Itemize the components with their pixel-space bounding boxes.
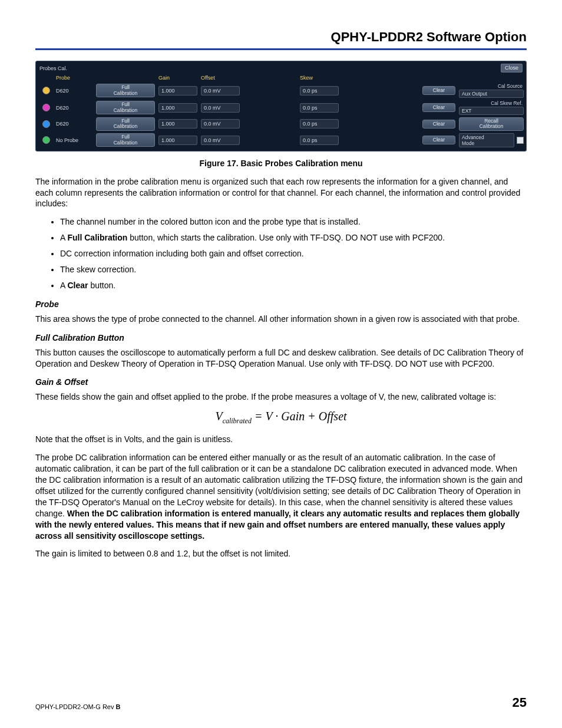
col-probe: Probe xyxy=(56,75,92,81)
col-gain: Gain xyxy=(158,75,197,81)
channel-dot-1[interactable] xyxy=(42,87,50,94)
gain-field[interactable]: 1.000 xyxy=(158,119,197,129)
probe-type: D620 xyxy=(56,88,92,94)
equation: Vcalibrated = V · Gain + Offset xyxy=(35,410,527,426)
offset-field[interactable]: 0.0 mV xyxy=(201,136,240,145)
probe-type: No Probe xyxy=(56,137,92,143)
panel-title: Probes Cal. xyxy=(39,65,67,71)
cal-skew-ref-field[interactable]: EXT xyxy=(459,107,524,115)
list-item: The channel number in the colored button… xyxy=(60,216,527,228)
footer-doc-id: QPHY-LPDDR2-OM-G Rev B xyxy=(35,703,120,710)
channel-dot-4[interactable] xyxy=(42,136,50,144)
clear-button[interactable]: Clear xyxy=(422,86,455,95)
gain-offset-paragraph-4: The gain is limited to between 0.8 and 1… xyxy=(35,548,527,559)
probe-paragraph: This area shows the type of probe connec… xyxy=(35,314,527,325)
clear-button[interactable]: Clear xyxy=(422,136,455,144)
full-cal-paragraph: This button causes the oscilloscope to a… xyxy=(35,347,527,370)
advanced-mode-checkbox[interactable] xyxy=(517,137,524,144)
skew-field[interactable]: 0.0 ps xyxy=(300,86,339,95)
col-skew: Skew xyxy=(300,75,339,81)
col-offset: Offset xyxy=(201,75,240,81)
channel-dot-2[interactable] xyxy=(42,104,50,111)
full-calibration-button[interactable]: FullCalibration xyxy=(96,101,155,114)
list-item: DC correction information including both… xyxy=(60,248,527,259)
probe-type: D620 xyxy=(56,121,92,127)
cal-skew-ref-label: Cal Skew Ref. xyxy=(459,100,524,106)
full-calibration-button[interactable]: FullCalibration xyxy=(96,84,155,97)
section-heading-full-cal: Full Calibration Button xyxy=(35,333,527,342)
list-item: A Full Calibration button, which starts … xyxy=(60,232,527,243)
clear-button[interactable]: Clear xyxy=(422,120,455,129)
close-button[interactable]: Close xyxy=(501,64,523,73)
gain-offset-paragraph-3: The probe DC calibration information can… xyxy=(35,452,527,541)
section-heading-gain-offset: Gain & Offset xyxy=(35,377,527,387)
section-heading-probe: Probe xyxy=(35,299,527,309)
cal-source-field[interactable]: Aux Output xyxy=(459,90,524,98)
gain-field[interactable]: 1.000 xyxy=(158,136,197,145)
page-number: 25 xyxy=(513,695,527,710)
header-rule xyxy=(35,48,527,50)
list-item: The skew correction. xyxy=(60,264,527,275)
skew-field[interactable]: 0.0 ps xyxy=(300,103,339,113)
skew-field[interactable]: 0.0 ps xyxy=(300,119,339,129)
probe-type: D620 xyxy=(56,105,92,111)
clear-button[interactable]: Clear xyxy=(422,103,455,112)
offset-field[interactable]: 0.0 mV xyxy=(201,103,240,113)
list-item: A Clear button. xyxy=(60,280,527,291)
gain-field[interactable]: 1.000 xyxy=(158,103,197,113)
intro-paragraph: The information in the probe calibration… xyxy=(35,176,527,210)
skew-field[interactable]: 0.0 ps xyxy=(300,136,339,145)
cal-source-label: Cal Source xyxy=(459,83,524,89)
recall-calibration-button[interactable]: RecallCalibration xyxy=(459,117,524,131)
offset-field[interactable]: 0.0 mV xyxy=(201,119,240,129)
full-calibration-button[interactable]: FullCalibration xyxy=(96,117,155,131)
offset-field[interactable]: 0.0 mV xyxy=(201,86,240,95)
probes-cal-panel: Probes Cal. Close Probe Gain Offset Skew… xyxy=(35,61,527,151)
page-title: QPHY-LPDDR2 Software Option xyxy=(35,29,527,45)
gain-offset-paragraph-2: Note that the offset is in Volts, and th… xyxy=(35,434,527,445)
figure-caption: Figure 17. Basic Probes Calibration menu xyxy=(35,159,527,168)
full-calibration-button[interactable]: FullCalibration xyxy=(96,133,155,147)
advanced-mode-label: AdvancedMode xyxy=(459,133,514,147)
gain-field[interactable]: 1.000 xyxy=(158,86,197,95)
gain-offset-paragraph-1: These fields show the gain and offset ap… xyxy=(35,391,527,403)
channel-dot-3[interactable] xyxy=(42,120,50,128)
bullet-list: The channel number in the colored button… xyxy=(60,216,527,291)
